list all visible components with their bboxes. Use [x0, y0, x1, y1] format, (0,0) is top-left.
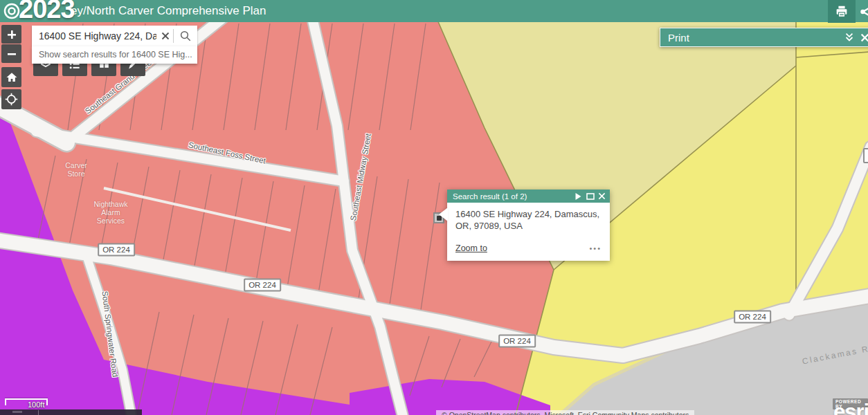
route-shield-or224-1: OR 224: [98, 243, 135, 257]
print-panel-title: Print: [660, 32, 842, 44]
overview-glyph: [12, 411, 22, 413]
map-attribution: © OpenStreetMap contributors, Microsoft,…: [436, 410, 694, 415]
close-icon: [161, 32, 170, 40]
search-clear-button[interactable]: [158, 26, 173, 46]
overview-divider: [38, 410, 39, 415]
zoom-out-button[interactable]: [1, 44, 21, 63]
zoom-in-button[interactable]: [1, 25, 21, 44]
popup-body: 16400 SE Highway 224, Damascus, OR, 9708…: [447, 203, 610, 237]
map-application: Southeast Grand Street Southeast Foss St…: [0, 0, 868, 415]
zoom-to-link[interactable]: Zoom to: [455, 243, 589, 253]
print-button[interactable]: [828, 0, 856, 23]
page-title: ey/North Carver Comprehensive Plan: [71, 0, 266, 22]
popup-address: 16400 SE Highway 224, Damascus, OR, 9708…: [455, 209, 600, 232]
popup-header: Search result (1 of 2): [447, 190, 610, 203]
search-result-popup: Search result (1 of 2) 16400 SE Highway …: [447, 190, 610, 261]
poi-nighthawk: NighthawkAlarmServices: [93, 201, 127, 225]
home-icon: [6, 71, 18, 84]
popup-more-button[interactable]: •••: [589, 246, 602, 250]
overview-widget[interactable]: [0, 409, 142, 415]
panel-close-button[interactable]: [857, 30, 868, 45]
popup-pointer: [439, 208, 448, 221]
poi-carver-store: CarverStore: [65, 162, 87, 178]
close-icon: [860, 33, 868, 42]
search-icon: [179, 30, 192, 42]
search-suggestion[interactable]: Show search results for 16400 SE Hig...: [32, 46, 197, 64]
home-extent-button[interactable]: [1, 67, 21, 87]
search-submit-button[interactable]: [174, 26, 197, 46]
minus-icon: [7, 49, 17, 59]
route-shield-partial: [863, 148, 868, 163]
chevron-double-down-icon: [844, 32, 855, 43]
close-icon: [598, 192, 606, 200]
printer-icon: [834, 4, 849, 19]
route-shield-or224-4: OR 224: [734, 311, 771, 324]
esri-logo: esri: [833, 401, 868, 415]
popup-title: Search result (1 of 2): [447, 192, 572, 201]
popup-close-button[interactable]: [596, 190, 608, 202]
my-location-button[interactable]: [1, 89, 21, 109]
popup-maximize-button[interactable]: [584, 190, 596, 202]
search-widget: [32, 26, 197, 46]
route-shield-or224-2: OR 224: [244, 279, 281, 292]
popup-footer: Zoom to •••: [447, 237, 610, 261]
header-year-watermark: 2023: [19, 0, 75, 24]
share-icon[interactable]: [858, 3, 868, 21]
scale-label: 100ft: [28, 400, 44, 409]
popup-next-button[interactable]: [572, 190, 584, 202]
plus-icon: [7, 30, 17, 39]
panel-collapse-button[interactable]: [842, 30, 857, 45]
print-panel: Print: [660, 28, 868, 47]
next-arrow-icon: [575, 193, 581, 200]
locate-icon: [5, 93, 18, 106]
search-input[interactable]: [32, 30, 158, 42]
maximize-icon: [586, 193, 595, 200]
route-shield-or224-3: OR 224: [498, 335, 536, 348]
